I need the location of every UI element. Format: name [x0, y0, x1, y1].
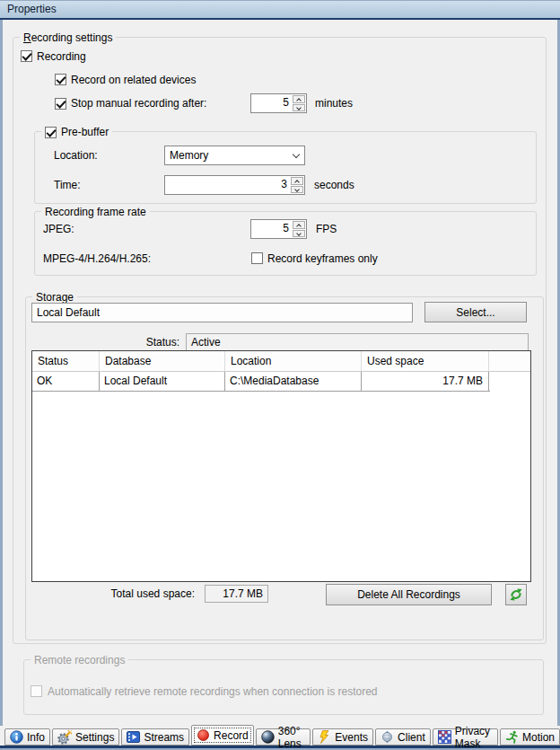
tab-motion[interactable]: Motion	[500, 728, 560, 746]
status-value-field: Active	[186, 333, 529, 352]
location-combobox-value: Memory	[170, 149, 208, 162]
tab-bar: Info Settings Streams	[4, 725, 560, 746]
stop-manual-recording-checkbox[interactable]	[55, 98, 66, 110]
total-used-space-label: Total used space:	[60, 587, 195, 601]
chevron-down-icon	[296, 231, 302, 236]
spin-up-button[interactable]	[293, 221, 305, 229]
recording-settings-legend: Recording settings	[23, 31, 112, 45]
tab-info[interactable]: Info	[4, 728, 50, 746]
column-header-status[interactable]: Status	[32, 351, 100, 371]
stop-manual-minutes-spinner: 5	[250, 93, 307, 113]
tab-privacy-mask[interactable]: Privacy Mask	[433, 728, 498, 746]
location-combobox[interactable]: Memory	[164, 146, 305, 165]
motion-icon	[505, 730, 519, 744]
column-header-used-space[interactable]: Used space	[362, 351, 489, 371]
pre-buffer-legend: Pre-buffer	[61, 125, 109, 139]
spin-down-button[interactable]	[293, 230, 305, 238]
select-storage-button[interactable]: Select...	[424, 302, 527, 322]
tab-record[interactable]: Record	[191, 725, 254, 746]
selected-storage-field: Local Default	[31, 303, 413, 322]
lens-icon	[261, 730, 275, 744]
pre-buffer-time-spinner: 3	[164, 175, 305, 195]
privacy-mask-icon	[438, 730, 451, 744]
refresh-icon	[509, 587, 523, 602]
cell-database: Local Default	[100, 372, 225, 391]
settings-icon	[57, 730, 72, 745]
fps-unit-label: FPS	[316, 222, 337, 236]
storage-table-header: Status Database Location Used space	[32, 351, 530, 372]
tab-streams[interactable]: Streams	[121, 728, 189, 746]
remote-recordings-legend: Remote recordings	[34, 653, 125, 667]
auto-retrieve-label: Automatically retrieve remote recordings…	[48, 684, 378, 699]
cell-used-space: 17.7 MB	[362, 372, 489, 391]
stop-manual-recording-label: Stop manual recording after:	[71, 96, 206, 110]
auto-retrieve-checkbox	[31, 685, 42, 697]
recording-label: Recording	[37, 49, 86, 64]
events-icon	[318, 730, 331, 744]
spin-up-button[interactable]	[293, 95, 305, 103]
column-header-location[interactable]: Location	[225, 351, 362, 371]
frame-rate-legend: Recording frame rate	[45, 205, 146, 219]
tab-label: 360° Lens	[278, 725, 306, 750]
client-icon	[381, 730, 394, 744]
tab-label: Settings	[75, 731, 114, 744]
window-border-left	[0, 0, 3, 726]
tab-label: Privacy Mask	[455, 725, 493, 750]
recording-checkbox[interactable]	[21, 50, 32, 62]
refresh-button[interactable]	[505, 584, 527, 605]
record-related-devices-label: Record on related devices	[71, 73, 196, 87]
cell-location: C:\MediaDatabase	[225, 372, 362, 391]
record-keyframes-label: Record keyframes only	[267, 251, 378, 266]
delete-all-recordings-button[interactable]: Delete All Recordings	[326, 584, 492, 605]
chevron-up-icon	[296, 224, 302, 229]
chevron-up-icon	[296, 98, 302, 103]
chevron-down-icon	[294, 187, 300, 192]
record-icon	[197, 728, 210, 742]
minutes-unit-label: minutes	[315, 96, 353, 110]
storage-table: Status Database Location Used space OK L…	[31, 350, 531, 582]
properties-panel: Properties Recording settings Recording …	[0, 0, 560, 750]
chevron-down-icon	[293, 151, 300, 158]
location-label: Location:	[54, 148, 98, 163]
pre-buffer-time-input[interactable]: 3	[165, 176, 290, 194]
record-keyframes-checkbox[interactable]	[251, 252, 263, 264]
tab-label: Events	[335, 731, 368, 744]
tab-label: Client	[398, 731, 425, 744]
chevron-up-icon	[294, 180, 300, 185]
stop-manual-minutes-input[interactable]: 5	[251, 94, 292, 112]
tab-label: Streams	[144, 731, 184, 744]
tab-label: Motion	[522, 731, 555, 744]
tab-label: Info	[27, 731, 45, 744]
chevron-down-icon	[296, 105, 302, 110]
column-header-database[interactable]: Database	[100, 351, 225, 371]
status-label: Status:	[87, 335, 179, 349]
tab-label: Record	[214, 729, 249, 742]
table-row[interactable]: OK Local Default C:\MediaDatabase 17.7 M…	[32, 372, 490, 392]
pre-buffer-checkbox[interactable]	[45, 127, 57, 138]
record-related-devices-checkbox[interactable]	[55, 74, 66, 85]
jpeg-fps-input[interactable]: 5	[251, 220, 292, 238]
spin-up-button[interactable]	[291, 177, 303, 185]
spin-down-button[interactable]	[291, 186, 303, 194]
tab-360-lens[interactable]: 360° Lens	[256, 728, 311, 746]
panel-title: Properties	[0, 0, 560, 20]
tab-events[interactable]: Events	[312, 728, 373, 746]
streams-icon	[127, 730, 140, 744]
total-used-space-value: 17.7 MB	[205, 585, 268, 603]
tab-client[interactable]: Client	[375, 728, 431, 746]
time-label: Time:	[54, 178, 81, 192]
seconds-unit-label: seconds	[314, 178, 354, 192]
jpeg-fps-spinner: 5	[250, 219, 307, 239]
spin-down-button[interactable]	[293, 104, 305, 112]
jpeg-label: JPEG:	[43, 222, 74, 236]
mpeg-label: MPEG-4/H.264/H.265:	[43, 251, 151, 266]
info-icon	[10, 730, 23, 744]
cell-status: OK	[32, 372, 100, 391]
tab-settings[interactable]: Settings	[52, 728, 119, 746]
